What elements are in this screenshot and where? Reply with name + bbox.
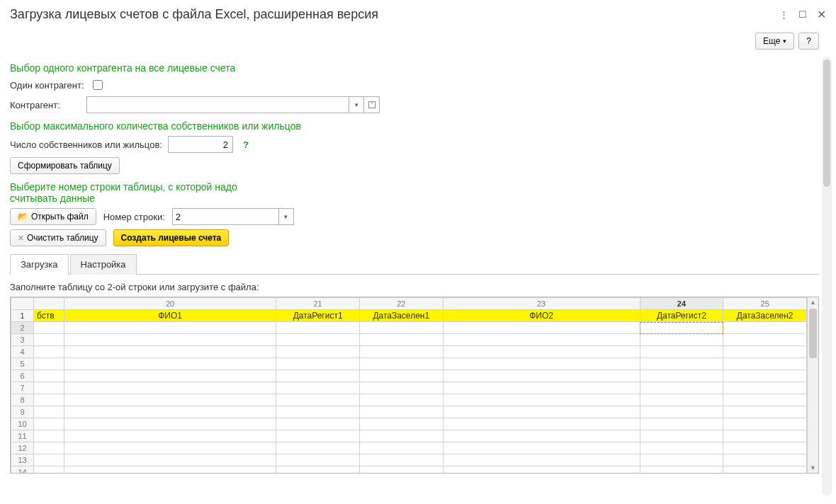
cell[interactable]: [723, 346, 807, 358]
header-cell[interactable]: ДатаЗаселен2: [723, 310, 807, 322]
cell[interactable]: [64, 418, 276, 430]
cell[interactable]: [443, 430, 640, 442]
cell[interactable]: [640, 394, 723, 406]
cell[interactable]: [359, 322, 443, 334]
row-number[interactable]: 2: [11, 322, 34, 334]
cell[interactable]: [443, 334, 640, 346]
row-number[interactable]: 9: [11, 406, 34, 418]
cell[interactable]: [34, 382, 64, 394]
cell[interactable]: [443, 442, 640, 454]
scroll-down-icon[interactable]: ▼: [808, 463, 818, 473]
row-number[interactable]: 11: [11, 430, 34, 442]
cell[interactable]: [443, 370, 640, 382]
cell[interactable]: [359, 358, 443, 370]
header-cell[interactable]: ДатаРегист2: [640, 310, 723, 322]
cell[interactable]: [276, 346, 360, 358]
cell[interactable]: [34, 358, 64, 370]
cell[interactable]: [723, 454, 807, 466]
cell[interactable]: [723, 418, 807, 430]
row-number[interactable]: 1: [11, 310, 34, 322]
cell[interactable]: [276, 418, 360, 430]
cell[interactable]: [359, 394, 443, 406]
cell[interactable]: [64, 442, 276, 454]
cell[interactable]: [443, 382, 640, 394]
form-table-button[interactable]: Сформировать таблицу: [10, 157, 120, 174]
cell[interactable]: [34, 418, 64, 430]
cell[interactable]: [276, 430, 360, 442]
clear-table-button[interactable]: ✕ Очистить таблицу: [10, 229, 106, 246]
cell[interactable]: [64, 382, 276, 394]
cell[interactable]: [34, 346, 64, 358]
counterparty-input[interactable]: [86, 96, 349, 113]
cell[interactable]: [443, 454, 640, 466]
table-scrollbar-thumb[interactable]: [809, 309, 817, 358]
cell[interactable]: [443, 358, 640, 370]
cell[interactable]: [640, 442, 723, 454]
spreadsheet[interactable]: 20 21 22 23 24 25 1бствФИО1ДатаРегист1Да…: [10, 297, 819, 474]
counterparty-open-button[interactable]: [364, 96, 380, 113]
table-row[interactable]: 7: [11, 382, 807, 394]
cell[interactable]: [34, 430, 64, 442]
cell[interactable]: [34, 466, 64, 474]
cell[interactable]: [276, 382, 360, 394]
cell[interactable]: [359, 466, 443, 474]
cell[interactable]: [640, 430, 723, 442]
table-row[interactable]: 4: [11, 346, 807, 358]
cell[interactable]: [359, 418, 443, 430]
close-icon[interactable]: ✕: [817, 8, 826, 21]
cell[interactable]: [640, 346, 723, 358]
cell[interactable]: [34, 334, 64, 346]
cell[interactable]: [723, 430, 807, 442]
cell[interactable]: [34, 322, 64, 334]
cell[interactable]: [64, 322, 276, 334]
counterparty-dropdown-button[interactable]: ▾: [349, 96, 364, 113]
table-row[interactable]: 10: [11, 418, 807, 430]
table-row[interactable]: 3: [11, 334, 807, 346]
cell[interactable]: [276, 394, 360, 406]
table-row[interactable]: 8: [11, 394, 807, 406]
cell[interactable]: [359, 430, 443, 442]
cell[interactable]: [276, 454, 360, 466]
cell[interactable]: [64, 394, 276, 406]
row-number[interactable]: 10: [11, 418, 34, 430]
cell[interactable]: [640, 454, 723, 466]
table-row[interactable]: 14: [11, 466, 807, 474]
cell[interactable]: [64, 370, 276, 382]
cell[interactable]: [276, 334, 360, 346]
cell[interactable]: [640, 370, 723, 382]
row-number[interactable]: 7: [11, 382, 34, 394]
cell[interactable]: [34, 454, 64, 466]
cell[interactable]: [276, 406, 360, 418]
cell[interactable]: [34, 370, 64, 382]
owner-count-input[interactable]: [168, 136, 233, 153]
cell[interactable]: [443, 322, 640, 334]
cell[interactable]: [34, 406, 64, 418]
table-row[interactable]: 6: [11, 370, 807, 382]
cell[interactable]: [276, 466, 360, 474]
kebab-icon[interactable]: ⋮: [779, 9, 789, 20]
open-file-button[interactable]: 📂 Открыть файл: [10, 208, 96, 225]
cell[interactable]: [723, 382, 807, 394]
cell[interactable]: [359, 346, 443, 358]
cell[interactable]: [64, 358, 276, 370]
cell[interactable]: [723, 334, 807, 346]
table-row[interactable]: 2: [11, 322, 807, 334]
cell[interactable]: [640, 358, 723, 370]
table-row[interactable]: 13: [11, 454, 807, 466]
row-number-dropdown-button[interactable]: ▾: [278, 208, 294, 225]
row-number[interactable]: 3: [11, 334, 34, 346]
cell[interactable]: [640, 406, 723, 418]
header-cell[interactable]: ФИО2: [443, 310, 640, 322]
cell[interactable]: [64, 346, 276, 358]
table-scrollbar[interactable]: ▲ ▼: [807, 297, 818, 473]
help-icon[interactable]: ?: [243, 139, 249, 150]
cell[interactable]: [443, 466, 640, 474]
scrollbar-thumb[interactable]: [823, 59, 830, 187]
cell[interactable]: [64, 466, 276, 474]
cell[interactable]: [640, 382, 723, 394]
table-row[interactable]: 12: [11, 442, 807, 454]
header-cell[interactable]: ФИО1: [64, 310, 276, 322]
cell[interactable]: [34, 442, 64, 454]
row-number[interactable]: 6: [11, 370, 34, 382]
cell[interactable]: [723, 322, 807, 334]
